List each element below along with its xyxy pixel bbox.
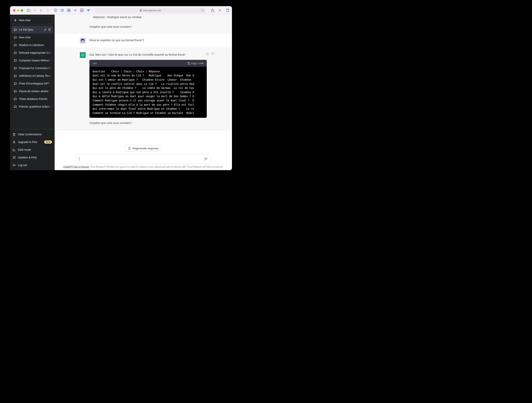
svg-text:M: M (74, 9, 76, 12)
chat-icon (14, 36, 17, 39)
maximize-window-button[interactable] (21, 9, 23, 12)
send-button[interactable] (204, 157, 208, 160)
sidebar: New chat Le Cid Quiz.New chatRealism in … (10, 15, 55, 170)
chevron-down-icon[interactable] (33, 9, 37, 12)
conversation-label: Le Cid Quiz. (19, 28, 42, 31)
edit-icon[interactable] (44, 28, 47, 31)
code-content: Question Choix 1 Choix 2 Choix 3 Réponse… (89, 67, 207, 118)
regenerate-button[interactable]: Regenerate response (125, 145, 161, 152)
svg-rect-0 (27, 9, 30, 12)
message-input[interactable] (76, 154, 211, 164)
assistant-outro-text: J'espère que cela vous convient ! (89, 121, 207, 126)
share-icon[interactable] (211, 9, 214, 12)
logout-icon (13, 164, 16, 167)
feedback-buttons (206, 52, 215, 55)
chat-icon (14, 51, 17, 54)
code-language-label: css (93, 61, 97, 65)
code-header: css Copy code (89, 60, 207, 67)
conversation-item[interactable]: Prénom quatrième enfant maman (12, 103, 53, 110)
chat-icon (14, 90, 17, 93)
upgrade-button[interactable]: Upgrade to Plus NEW (10, 138, 55, 146)
new-chat-label: New chat (19, 19, 30, 22)
chat-icon (14, 44, 17, 47)
conversation-label: Definitions of Literary Terms (19, 74, 51, 77)
assistant-intro-text: Oui, bien sûr ! Voici le quiz sur Le Cid… (89, 52, 207, 57)
chat-icon (14, 98, 17, 101)
conversation-item[interactable]: Computer Impact Without People (12, 57, 53, 64)
conversation-list: Le Cid Quiz.New chatRealism in Literatur… (10, 26, 55, 129)
minimize-window-button[interactable] (17, 9, 19, 12)
new-badge: NEW (44, 141, 52, 144)
address-bar[interactable]: chat.openai.com (95, 8, 206, 13)
previous-answer-line: Réponse : Rodrigue meurt au combat (93, 15, 207, 20)
conversation-label: Computer Impact Without People (19, 59, 51, 62)
dark-mode-button[interactable]: Dark mode (10, 146, 55, 154)
new-tab-icon[interactable] (218, 9, 222, 12)
window-controls (13, 9, 23, 12)
chat-icon (14, 59, 17, 62)
conversation-label: Three dictations French (19, 97, 51, 101)
moon-icon (13, 148, 16, 151)
conversation-item[interactable]: Le Cid Quiz. (12, 26, 53, 33)
browser-toolbar: JS M chat.openai.com (10, 6, 232, 15)
assistant-message: Oui, bien sûr ! Voici le quiz sur Le Cid… (55, 48, 232, 130)
assistant-message-partial: Réponse : Rodrigue meurt au combat J'esp… (55, 15, 232, 33)
version-link[interactable]: ChatGPT Feb 13 Version (63, 166, 89, 168)
thumbs-down-button[interactable] (211, 52, 215, 55)
close-window-button[interactable] (13, 9, 15, 12)
sidebar-footer: Clear conversations Upgrade to Plus NEW … (10, 129, 55, 170)
code-block: css Copy code Question Choix 1 Choix 2 C… (89, 60, 207, 118)
extension-bird-icon[interactable] (87, 9, 90, 12)
person-icon (13, 141, 16, 144)
chat-icon (14, 67, 17, 70)
trash-icon[interactable] (48, 28, 51, 31)
user-message-text: Peux-tu exporter ce quiz au format Excel… (89, 38, 207, 44)
extension-face-icon[interactable] (80, 9, 83, 12)
conversation-item[interactable]: New chat (12, 33, 53, 41)
copy-code-button[interactable]: Copy code (187, 61, 204, 65)
plus-icon (14, 19, 17, 22)
clipboard-icon (187, 62, 190, 65)
conversation-item[interactable]: Definitions of Literary Terms (12, 72, 53, 80)
refresh-icon (128, 147, 131, 150)
text-cursor (79, 157, 79, 161)
user-message: 🧑🏻 Peux-tu exporter ce quiz au format Ex… (55, 33, 232, 48)
conversation-item[interactable]: Realism in Literature. (12, 41, 53, 49)
conversation-label: Panne de moteur sévère (19, 90, 51, 93)
svg-point-16 (14, 141, 15, 142)
new-chat-button[interactable]: New chat (12, 16, 53, 24)
svg-text:JS: JS (68, 10, 70, 11)
chat-icon (14, 82, 17, 85)
shield-icon[interactable] (54, 9, 57, 12)
tabs-overview-icon[interactable] (225, 9, 229, 12)
conversation-item[interactable]: Proposal For Correction Paragraph (12, 64, 53, 72)
logout-button[interactable]: Log out (10, 161, 55, 169)
conversation-item[interactable]: Frise Chronologique GPT (12, 80, 53, 87)
user-avatar: 🧑🏻 (80, 38, 86, 44)
conversation-label: Realism in Literature. (19, 44, 51, 47)
input-area: Regenerate response ChatGPT Feb 13 Versi… (55, 142, 232, 170)
svg-point-7 (81, 10, 82, 10)
sidebar-toggle-icon[interactable] (27, 9, 30, 12)
external-link-icon (13, 156, 16, 159)
back-button[interactable] (39, 9, 43, 12)
updates-faq-button[interactable]: Updates & FAQ (10, 154, 55, 161)
svg-point-17 (82, 54, 83, 56)
svg-rect-9 (140, 10, 142, 11)
browser-window: JS M chat.openai.com (10, 6, 232, 170)
forward-button[interactable] (46, 9, 50, 12)
lock-icon (140, 9, 142, 12)
conversation-label: Prénom quatrième enfant maman (19, 105, 51, 108)
conversation-item[interactable]: Three dictations French (12, 95, 53, 103)
conversation-label: Refused Inappropriate Content (19, 51, 51, 54)
reload-icon[interactable] (201, 9, 204, 12)
extension-js-icon[interactable]: JS (67, 9, 70, 12)
svg-rect-18 (188, 63, 190, 64)
conversation-item[interactable]: Refused Inappropriate Content (12, 49, 53, 57)
svg-point-8 (82, 10, 82, 10)
clear-conversations-button[interactable]: Clear conversations (10, 130, 55, 138)
extension-m-icon[interactable]: M (73, 9, 77, 12)
thumbs-up-button[interactable] (206, 52, 209, 55)
conversation-item[interactable]: Panne de moteur sévère (12, 87, 53, 95)
extension-cube-icon[interactable] (60, 9, 64, 12)
